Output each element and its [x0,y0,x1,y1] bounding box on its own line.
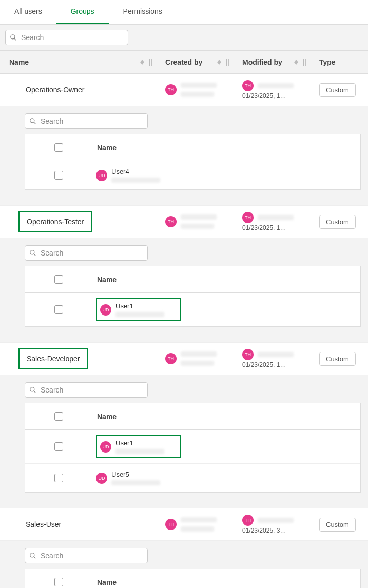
select-all-checkbox[interactable] [54,412,63,421]
member-checkbox[interactable] [54,474,63,482]
avatar: TH [165,519,177,530]
search-icon [29,552,36,559]
column-header-created-by[interactable]: Created by || [159,51,236,73]
sub-search-box[interactable] [25,548,148,563]
modified-by-cell: TH01/23/2025, 3… [236,508,313,540]
type-badge: Custom [319,83,356,97]
avatar: UD [100,441,111,453]
members-table: NameUDUser1 [25,266,361,327]
type-badge: Custom [319,215,356,229]
search-icon [29,386,36,394]
member-checkbox[interactable] [54,442,63,451]
svg-point-0 [11,35,15,39]
column-resizer[interactable]: || [300,58,306,66]
modified-date: 01/23/2025, 3… [242,527,286,534]
highlight-box: Operations-Tester [18,211,92,232]
column-header-label: Modified by [242,58,282,66]
members-header-row: Name [25,266,360,293]
avatar: TH [165,84,177,95]
member-row[interactable]: UDUser1 [25,293,360,326]
member-checkbox[interactable] [54,171,63,180]
modified-date: 01/23/2025, 1… [242,361,286,368]
redacted-text [111,178,160,183]
column-header-name[interactable]: Name || [0,51,159,73]
redacted-text [111,480,160,485]
member-name-cell: UDUser1 [92,293,360,326]
members-column-name[interactable]: Name [92,268,360,291]
member-name: User1 [115,439,164,447]
groups-list: Operations-OwnerTHTH01/23/2025, 1…Custom… [0,74,368,588]
highlight-box: Sales-Developer [18,348,88,369]
select-all-checkbox[interactable] [54,578,63,586]
sub-search-input[interactable] [40,385,143,395]
group-row[interactable]: Operations-TesterTHTH01/23/2025, 1…Custo… [0,206,368,238]
search-box[interactable] [5,30,128,45]
column-resizer[interactable]: || [223,58,229,66]
sort-icon[interactable] [217,60,221,65]
svg-line-7 [34,391,36,393]
group-name-label: Sales-User [26,520,61,528]
member-row[interactable]: UDUser1 [25,430,360,464]
type-cell: Custom [313,343,368,375]
member-checkbox-cell [25,464,92,492]
sub-search-box[interactable] [25,382,148,398]
modified-date: 01/23/2025, 1… [242,92,286,100]
redacted-text [258,83,294,88]
tab-groups[interactable]: Groups [56,0,109,24]
modified-date: 01/23/2025, 1… [242,224,286,231]
highlight-box: UDUser1 [96,435,181,458]
group-row[interactable]: Operations-OwnerTHTH01/23/2025, 1…Custom [0,74,368,106]
tab-permissions[interactable]: Permissions [109,0,177,24]
select-all-cell [25,134,92,161]
avatar: TH [165,353,177,364]
sub-search-input[interactable] [40,116,143,126]
member-row[interactable]: UDUser5 [25,464,360,492]
type-cell: Custom [313,74,368,106]
members-column-name[interactable]: Name [92,571,360,589]
redacted-text [181,83,217,88]
redacted-text [258,518,294,523]
select-all-checkbox[interactable] [54,275,63,284]
sub-search-box[interactable] [25,113,148,129]
member-name: User5 [111,471,160,478]
svg-line-3 [34,122,36,124]
member-row[interactable]: UDUser4 [25,161,360,189]
sort-icon[interactable] [140,60,144,65]
select-all-cell [25,569,92,588]
group-name-cell: Sales-Developer [0,343,159,375]
redacted-text [181,517,217,522]
members-column-name[interactable]: Name [92,405,360,428]
type-cell: Custom [313,508,368,540]
svg-point-4 [30,250,34,254]
redacted-text [181,526,214,532]
type-badge: Custom [319,518,356,532]
search-input[interactable] [20,33,124,42]
sub-search-input[interactable] [40,551,143,560]
select-all-cell [25,266,92,292]
members-column-name[interactable]: Name [92,136,360,159]
group-row[interactable]: Sales-DeveloperTHTH01/23/2025, 1…Custom [0,343,368,375]
redacted-text [258,352,294,357]
redacted-text [258,215,294,220]
highlight-box: UDUser1 [96,298,181,321]
svg-line-9 [34,557,36,559]
column-header-type[interactable]: Type [313,51,368,73]
created-by-cell: TH [159,206,236,238]
group-row[interactable]: Sales-UserTHTH01/23/2025, 3…Custom [0,508,368,541]
select-all-checkbox[interactable] [54,143,63,152]
sub-search-box[interactable] [25,245,148,261]
sub-search-input[interactable] [40,248,143,258]
modified-by-cell: TH01/23/2025, 1… [236,343,313,375]
column-header-label: Created by [165,58,202,66]
redacted-text [181,361,214,366]
member-checkbox-cell [25,296,92,324]
sort-icon[interactable] [294,60,298,65]
members-header-row: Name [25,403,360,430]
svg-line-5 [34,254,36,256]
column-header-modified-by[interactable]: Modified by || [236,51,313,73]
modified-by-cell: TH01/23/2025, 1… [236,206,313,238]
column-resizer[interactable]: || [146,58,152,66]
member-checkbox[interactable] [54,305,63,314]
svg-point-2 [30,119,34,123]
tab-all-users[interactable]: All users [0,0,56,24]
